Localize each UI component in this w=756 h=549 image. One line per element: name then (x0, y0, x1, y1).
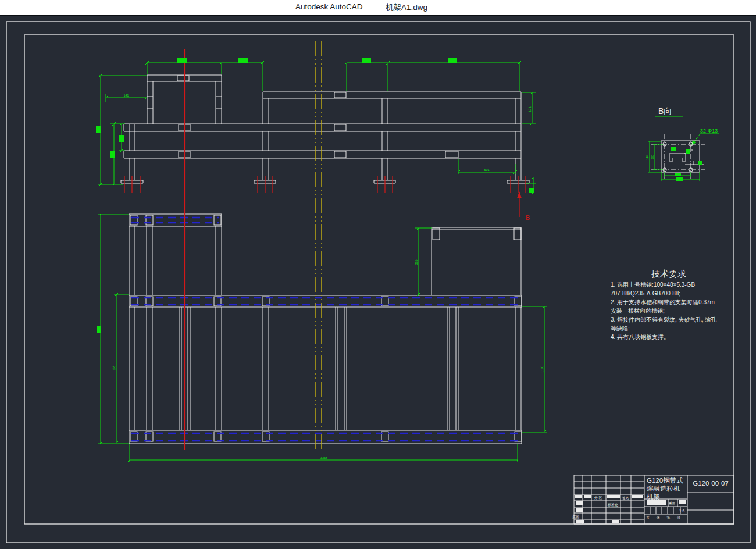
label-standardization: 标准化 (607, 503, 618, 507)
dim-plan-upper-height: 365 (415, 259, 418, 265)
dim-front-left-small: 141 (124, 94, 129, 97)
b-view-title: B向 (658, 106, 672, 116)
tech-req-line: 2. 用于支持水槽和钢带的支架每隔0.37m (611, 299, 715, 305)
tech-req-line: 1. 选用十号槽钢:100×48×5.3-GB (611, 281, 695, 288)
tech-requirements-title: 技术要求 (651, 269, 686, 279)
product-name-line3: 机架 (646, 493, 660, 500)
product-name-line1: G120钢带式 (647, 477, 683, 484)
drawing-scale: 1:6 (679, 509, 684, 513)
dim-front-right-height: 171 (528, 106, 532, 112)
label-sheet-count: 共 张 第 张 (646, 516, 683, 520)
product-name-line2: 熔融造粒机 (647, 485, 680, 492)
b-arrow-label: B (526, 214, 530, 221)
drawing-number: G120-00-07 (693, 480, 728, 487)
hole-callout: 32-Φ13 (700, 128, 718, 134)
dim-plan-right-height: 1110 (540, 366, 544, 372)
tech-req-line: 4. 共有八块钢板支撑。 (611, 334, 669, 340)
dim-front-bottom-width: 501 (484, 168, 489, 172)
dim-plan-overall-length: 3358 (320, 456, 327, 459)
autocad-window: Autodesk AutoCAD 机架A1.dwg (0, 0, 756, 549)
tech-req-line: 安装一根横向的槽钢; (611, 308, 665, 314)
tech-req-line: 等缺陷: (611, 325, 630, 331)
label-signature: 签名 (622, 496, 629, 500)
tech-req-line: 707-88/Q235-A-GB700-88; (611, 290, 680, 297)
label-base-drawing: 底图 (572, 515, 579, 519)
titlebar-divider (0, 15, 756, 16)
dim-plan-left-height: 118 (112, 366, 116, 371)
label-weight: 重量 (669, 501, 676, 505)
dim-bview-left-outer: 140 (646, 155, 649, 160)
tech-req-line: 3. 焊接件内部不得有裂纹, 夹砂气孔, 缩孔 (611, 316, 716, 323)
drawing-canvas-svg: B 171 501 141 3358 118 (0, 0, 756, 549)
dim-bview-left-inner: 100 (651, 155, 654, 159)
label-zone: 分 区 (594, 495, 602, 500)
